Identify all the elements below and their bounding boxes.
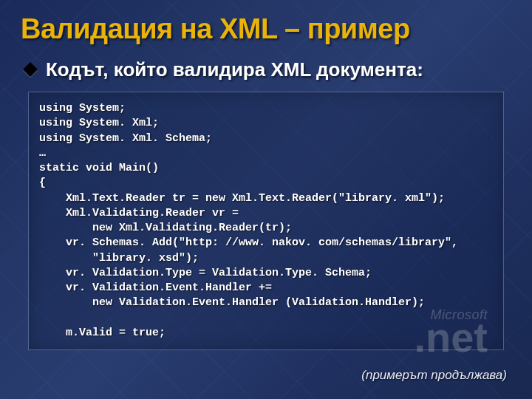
slide-title: Валидация на XML – пример [21,13,511,45]
continuation-note: (примерът продължава) [361,368,507,383]
code-block: using System; using System. Xml; using S… [28,92,504,350]
bullet-row: Кодът, който валидира XML документа: [21,58,511,81]
slide-container: Валидация на XML – пример Кодът, който в… [0,0,532,399]
slide-subtitle: Кодът, който валидира XML документа: [46,58,423,81]
diamond-bullet-icon [23,62,38,77]
